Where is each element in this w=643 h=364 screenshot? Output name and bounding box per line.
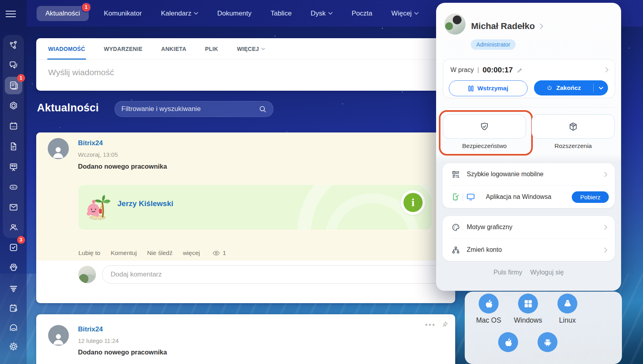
nav-item-label: Aktualności — [45, 10, 80, 18]
employee-link[interactable]: Jerzy Kiślewski — [117, 199, 173, 208]
chevron-right-icon[interactable] — [605, 67, 609, 73]
tasks-badge: 3 — [17, 236, 25, 244]
macos-download-button[interactable] — [479, 294, 499, 313]
post-menu-button[interactable] — [425, 324, 435, 326]
news-feed-icon — [8, 80, 19, 91]
sidebar-item-mail[interactable] — [5, 199, 22, 216]
sidebar-item-hr[interactable] — [5, 218, 22, 236]
ios-app-button[interactable] — [498, 332, 518, 352]
sidebar-item-storage[interactable] — [5, 319, 22, 336]
switch-account-row[interactable]: Zmień konto — [442, 239, 615, 261]
nav-item-komunikator[interactable]: Komunikator — [100, 6, 146, 21]
hexagon-icon — [8, 101, 19, 111]
mobile-login-label: Szybkie logowanie mobilne — [467, 171, 544, 178]
comment-input[interactable]: Dodaj komentarz — [102, 265, 449, 284]
sidebar-item-tasks[interactable]: 3 — [5, 239, 22, 256]
person-icon — [51, 144, 66, 159]
macos-label: Mac OS — [467, 316, 511, 325]
mobile-login-row[interactable]: Szybkie logowanie mobilne — [442, 163, 615, 185]
sidebar-item-network[interactable] — [5, 36, 22, 54]
chevron-down-icon — [194, 12, 198, 15]
tab-wiecej[interactable]: WIĘCEJ — [237, 38, 265, 59]
status-separator: | — [477, 66, 479, 74]
chevron-right-icon — [604, 224, 608, 230]
finish-button[interactable]: Zakończ — [534, 80, 608, 95]
nav-item-dysk[interactable]: Dysk — [307, 6, 337, 21]
avatar[interactable] — [444, 14, 466, 35]
nav-item-poczta[interactable]: Poczta — [348, 6, 376, 21]
nav-item-aktualnosci[interactable]: Aktualności 1 — [37, 6, 89, 21]
pause-button[interactable]: Wstrzymaj — [449, 80, 528, 96]
download-button[interactable]: Pobierz — [572, 191, 609, 203]
sidebar-item-sites[interactable] — [5, 279, 22, 297]
post-time: Wczoraj, 13:05 — [78, 151, 118, 158]
sidebar-item-crm[interactable] — [5, 97, 22, 115]
tab-wydarzenie[interactable]: WYDARZENIE — [104, 38, 142, 59]
nav-item-label: Poczta — [352, 10, 372, 18]
nav-item-label: Tablice — [271, 10, 292, 18]
pause-icon — [468, 86, 473, 91]
tab-ankieta[interactable]: ANKIETA — [161, 38, 186, 59]
composer-card: WIADOMOŚĆ WYDARZENIE ANKIETA PLIK WIĘCEJ… — [36, 38, 455, 91]
sidebar-item-planner[interactable] — [5, 300, 22, 317]
nav-item-label: Dokumenty — [217, 10, 251, 18]
tab-label: PLIK — [205, 46, 218, 52]
feed-badge: 1 — [17, 74, 25, 82]
sidebar: 1 3 — [0, 0, 27, 364]
nav-item-dokumenty[interactable]: Dokumenty — [213, 6, 255, 21]
mail-icon — [8, 202, 19, 212]
linux-label: Linux — [546, 316, 589, 325]
views-count: 1 — [222, 249, 226, 257]
sidebar-item-news-feed[interactable]: 1 — [5, 77, 22, 94]
pencil-icon[interactable] — [516, 67, 523, 74]
post-author[interactable]: Bitrix24 — [78, 139, 103, 147]
status-label: W pracy — [450, 66, 474, 74]
sidebar-item-documents[interactable] — [5, 138, 22, 155]
like-link[interactable]: Lubię to — [78, 249, 100, 257]
avatar[interactable] — [48, 138, 69, 159]
message-input[interactable]: Wyślij wiadomość — [48, 68, 114, 77]
finish-dropdown-button[interactable] — [594, 87, 608, 90]
post-author[interactable]: Bitrix24 — [78, 325, 103, 333]
pin-icon[interactable] — [441, 321, 448, 328]
unfollow-link[interactable]: Nie śledź — [147, 249, 173, 257]
sidebar-item-boards[interactable] — [5, 158, 22, 176]
robot-icon — [8, 262, 19, 273]
profile-name[interactable]: Michał Radełko — [471, 21, 544, 31]
post-time: 12 lutego 11:24 — [78, 337, 119, 344]
windows-app-row[interactable]: Aplikacja na Windowsa Pobierz — [442, 186, 615, 208]
tab-wiadomosc[interactable]: WIADOMOŚĆ — [48, 38, 85, 59]
linux-download-button[interactable] — [557, 294, 577, 313]
logout-link[interactable]: Wyloguj się — [530, 269, 564, 276]
sidebar-item-calendar[interactable] — [5, 117, 22, 135]
tab-plik[interactable]: PLIK — [205, 38, 218, 59]
comment-link[interactable]: Komentuj — [111, 249, 136, 257]
security-tile[interactable]: Bezpieczeństwo — [443, 114, 526, 150]
sidebar-item-settings[interactable] — [5, 338, 22, 355]
feed-post-1: Bitrix24 Wczoraj, 13:05 Dodano nowego pr… — [36, 132, 455, 303]
nav-item-label: Dysk — [311, 10, 326, 18]
company-pulse-link[interactable]: Puls firmy — [493, 269, 522, 276]
page-title: Aktualności — [37, 102, 99, 114]
nav-item-label: Więcej — [392, 10, 412, 18]
filter-search-input[interactable]: Filtrowanie i wyszukiwanie — [115, 101, 273, 117]
avatar[interactable] — [48, 325, 69, 346]
linux-icon — [562, 298, 573, 309]
more-link[interactable]: więcej — [183, 249, 200, 257]
theme-row[interactable]: Motyw graficzny — [442, 216, 615, 238]
android-app-button[interactable] — [538, 332, 557, 352]
nav-item-wiecej[interactable]: Więcej — [388, 6, 423, 21]
sidebar-item-drive[interactable] — [5, 178, 22, 196]
chevron-down-icon — [414, 12, 419, 15]
extensions-tile[interactable]: Rozszerzenia — [532, 114, 615, 150]
nav-item-tablice[interactable]: Tablice — [267, 6, 296, 21]
hierarchy-icon — [451, 245, 460, 255]
sidebar-item-chat[interactable] — [5, 56, 22, 74]
sidebar-item-market[interactable] — [5, 259, 22, 276]
nav-item-kalendarz[interactable]: Kalendarz — [157, 6, 202, 21]
finish-label: Zakończ — [556, 84, 581, 91]
os-download-panel: Mac OS Windows Linux — [465, 292, 622, 364]
windows-download-button[interactable] — [518, 294, 538, 313]
info-button[interactable]: i — [401, 190, 425, 215]
menu-icon[interactable] — [6, 9, 16, 19]
